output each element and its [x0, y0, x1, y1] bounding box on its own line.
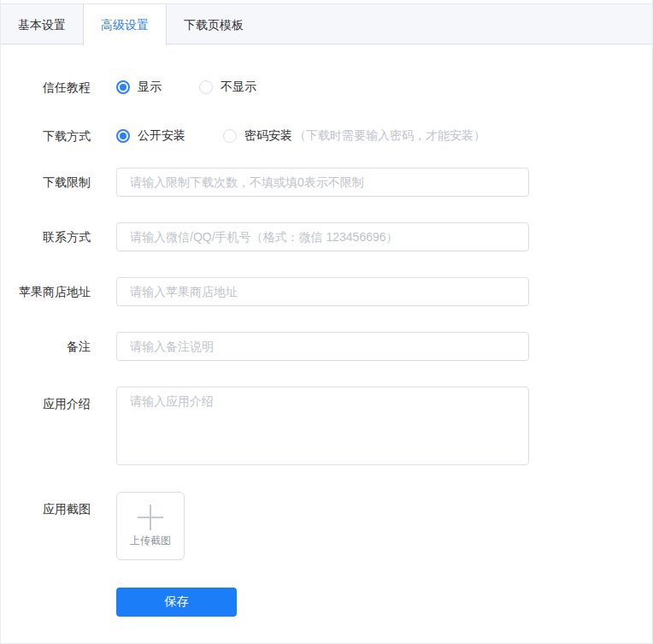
form-row-contact: 联系方式 — [1, 222, 652, 251]
contact-input[interactable] — [116, 222, 529, 251]
plus-icon — [138, 505, 163, 530]
radio-checked-icon — [116, 129, 130, 143]
radio-password-install[interactable]: 密码安装 （下载时需要输入密码，才能安装） — [223, 128, 485, 144]
upload-screenshot-text: 上传截图 — [130, 534, 171, 548]
upload-screenshot-button[interactable]: 上传截图 — [116, 492, 185, 560]
advanced-settings-form: 信任教程 显示 不显示 下载方式 公开安装 — [1, 44, 652, 617]
tab-advanced-settings[interactable]: 高级设置 — [83, 4, 167, 46]
apple-store-url-input[interactable] — [116, 277, 529, 306]
download-limit-label: 下载限制 — [1, 168, 91, 197]
radio-public-install-label: 公开安装 — [138, 128, 185, 144]
remark-label: 备注 — [1, 332, 91, 361]
radio-password-install-label: 密码安装 — [244, 128, 292, 144]
radio-trust-show[interactable]: 显示 — [116, 80, 162, 95]
radio-trust-hide[interactable]: 不显示 — [199, 80, 256, 95]
remark-input[interactable] — [116, 332, 529, 361]
save-button[interactable]: 保存 — [116, 588, 237, 617]
radio-trust-hide-label: 不显示 — [221, 80, 256, 95]
form-row-download-method: 下载方式 公开安装 密码安装 （下载时需要输入密码，才能安装） — [1, 127, 652, 145]
form-row-apple-store-url: 苹果商店地址 — [1, 277, 652, 306]
download-method-label: 下载方式 — [1, 127, 91, 145]
radio-unchecked-icon — [199, 80, 213, 94]
trust-tutorial-label: 信任教程 — [1, 79, 91, 96]
download-limit-input[interactable] — [116, 168, 529, 197]
contact-label: 联系方式 — [1, 222, 91, 251]
form-row-actions: 保存 — [1, 588, 652, 617]
form-row-trust-tutorial: 信任教程 显示 不显示 — [1, 79, 652, 96]
tab-download-template[interactable]: 下载页模板 — [167, 4, 261, 45]
radio-public-install[interactable]: 公开安装 — [116, 128, 185, 144]
app-intro-label: 应用介绍 — [1, 387, 91, 465]
tab-bar: 基本设置 高级设置 下载页模板 — [1, 3, 652, 44]
form-row-app-screenshot: 应用截图 上传截图 — [1, 492, 652, 560]
tab-basic-settings[interactable]: 基本设置 — [1, 4, 83, 45]
form-row-app-intro: 应用介绍 — [1, 387, 652, 465]
radio-checked-icon — [116, 80, 130, 94]
form-row-download-limit: 下载限制 — [1, 168, 652, 197]
app-screenshot-label: 应用截图 — [1, 492, 91, 560]
radio-trust-show-label: 显示 — [138, 80, 162, 95]
password-install-note: （下载时需要输入密码，才能安装） — [294, 128, 485, 144]
radio-unchecked-icon — [223, 129, 237, 143]
form-row-remark: 备注 — [1, 332, 652, 361]
apple-store-url-label: 苹果商店地址 — [1, 277, 91, 306]
app-intro-textarea[interactable] — [116, 387, 529, 465]
settings-page: 基本设置 高级设置 下载页模板 信任教程 显示 不显示 下载方式 — [0, 0, 653, 644]
